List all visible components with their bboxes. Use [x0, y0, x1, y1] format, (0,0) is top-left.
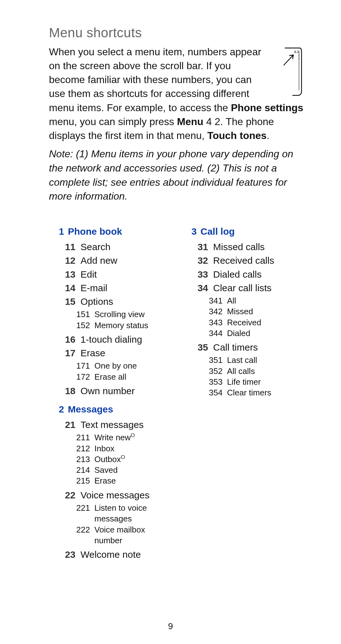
menu-label: Call log	[200, 226, 235, 237]
list-subitem: 351Last call	[182, 355, 305, 365]
list-item: 161-touch dialing	[49, 333, 172, 346]
intro-bold-1: Phone settings	[231, 102, 303, 113]
subitem-label: Voice mailbox number	[94, 524, 172, 546]
subitem-number: 211	[49, 432, 90, 443]
subitem-number: 351	[182, 355, 223, 365]
menu-columns: 1 Phone book 11Search 12Add new 13Edit 1…	[49, 226, 305, 568]
list-item: 23Welcome note	[49, 548, 172, 561]
list-subitem: 215Erase	[49, 475, 172, 486]
subitem-label: Missed	[227, 306, 305, 317]
item-label: Add new	[81, 254, 172, 267]
subitem-label: All	[227, 295, 305, 306]
list-item: 35Call timers	[182, 340, 305, 354]
item-label: Received calls	[213, 254, 305, 267]
item-number: 18	[49, 384, 75, 398]
item-label: 1-touch dialing	[81, 333, 172, 346]
subitem-label: Memory status	[94, 320, 172, 331]
list-subitem: 342Missed	[182, 306, 305, 317]
item-number: 22	[49, 488, 75, 502]
menu-number: 3	[182, 226, 197, 237]
graphic-label: 4-2	[294, 50, 299, 54]
subitem-label: Listen to voice messages	[94, 503, 172, 524]
menu-number: 2	[49, 404, 64, 415]
list-subitem: 214Saved	[49, 465, 172, 475]
subitem-number: 213	[49, 454, 90, 465]
list-subitem: 343Received	[182, 317, 305, 328]
item-number: 17	[49, 346, 75, 360]
phone-icon: 4-2	[274, 46, 303, 97]
item-number: 34	[182, 281, 208, 295]
list-item: 18Own number	[49, 384, 172, 398]
phone-shortcut-graphic: 4-2	[274, 46, 303, 97]
list-item: 14E-mail	[49, 281, 172, 295]
subitem-number: 341	[182, 295, 223, 306]
list-subitem: 172Erase all	[49, 371, 172, 382]
item-label: Call timers	[213, 340, 305, 354]
list-item: 11Search	[49, 240, 172, 254]
list-subitem: 152Memory status	[49, 320, 172, 331]
subitem-number: 215	[49, 475, 90, 486]
subitem-label: Last call	[227, 355, 305, 365]
subitem-number: 152	[49, 320, 90, 331]
list-subitem: 213OutboxO	[49, 454, 172, 465]
subitem-number: 354	[182, 387, 223, 398]
subitem-label: One by one	[94, 360, 172, 371]
subitems: 221Listen to voice messages 222Voice mai…	[49, 503, 172, 546]
subitem-number: 353	[182, 376, 223, 387]
intro-bold-3: Touch tones	[207, 130, 267, 141]
item-label: Voice messages	[81, 488, 172, 502]
subitem-number: 151	[49, 309, 90, 320]
item-label: Edit	[81, 268, 172, 281]
intro-text-1: When you select a menu item, numbers app…	[49, 46, 261, 113]
list-subitem: 353Life timer	[182, 376, 305, 387]
list-subitem: 352All calls	[182, 366, 305, 376]
menu-number: 1	[49, 226, 64, 237]
item-number: 13	[49, 268, 75, 281]
subitem-label: Write newO	[94, 432, 172, 443]
page-number: 9	[0, 621, 341, 631]
subitem-label: Life timer	[227, 376, 305, 387]
item-number: 11	[49, 240, 75, 254]
subitems: 211Write newO 212Inbox 213OutboxO 214Sav…	[49, 432, 172, 486]
subitem-label: Clear timers	[227, 387, 305, 398]
subitems: 341All 342Missed 343Received 344Dialed	[182, 295, 305, 339]
column-right: 3 Call log 31Missed calls 32Received cal…	[182, 226, 305, 404]
list-subitem: 344Dialed	[182, 328, 305, 339]
subitem-label: Received	[227, 317, 305, 328]
list-subitem: 211Write newO	[49, 432, 172, 443]
list-subitem: 151Scrolling view	[49, 309, 172, 320]
list-item: 17Erase	[49, 346, 172, 360]
item-label: Clear call lists	[213, 281, 305, 295]
list-item: 13Edit	[49, 268, 172, 281]
list-item: 34Clear call lists	[182, 281, 305, 295]
item-number: 14	[49, 281, 75, 295]
list-subitem: 171One by one	[49, 360, 172, 371]
manual-page: Menu shortcuts 4-2 When you select a men…	[0, 0, 341, 644]
list-item: 21Text messages	[49, 418, 172, 431]
subitems: 151Scrolling view 152Memory status	[49, 309, 172, 331]
list-item: 15Options	[49, 295, 172, 308]
item-number: 33	[182, 268, 208, 281]
list-item: 12Add new	[49, 254, 172, 267]
menu-title: 2 Messages	[49, 404, 172, 415]
list-item: 33Dialed calls	[182, 268, 305, 281]
list-subitem: 212Inbox	[49, 443, 172, 454]
subitem-label: All calls	[227, 366, 305, 376]
intro-text-2: menu, you can simply press	[49, 116, 177, 127]
subitems: 351Last call 352All calls 353Life timer …	[182, 355, 305, 398]
menu-phone-book: 1 Phone book 11Search 12Add new 13Edit 1…	[49, 226, 172, 398]
subitem-number: 342	[182, 306, 223, 317]
item-number: 35	[182, 340, 208, 354]
intro-bold-2: Menu	[177, 116, 204, 127]
item-number: 23	[49, 548, 75, 561]
item-number: 31	[182, 240, 208, 254]
subitem-label: Saved	[94, 465, 172, 475]
intro-paragraph: 4-2 When you select a menu item, numbers…	[49, 45, 305, 142]
subitem-number: 221	[49, 503, 90, 513]
item-label: Search	[81, 240, 172, 254]
item-label: Welcome note	[81, 548, 172, 561]
subitem-label: Scrolling view	[94, 309, 172, 320]
subitem-number: 172	[49, 371, 90, 382]
menu-call-log: 3 Call log 31Missed calls 32Received cal…	[182, 226, 305, 398]
subitem-label: Erase all	[94, 371, 172, 382]
